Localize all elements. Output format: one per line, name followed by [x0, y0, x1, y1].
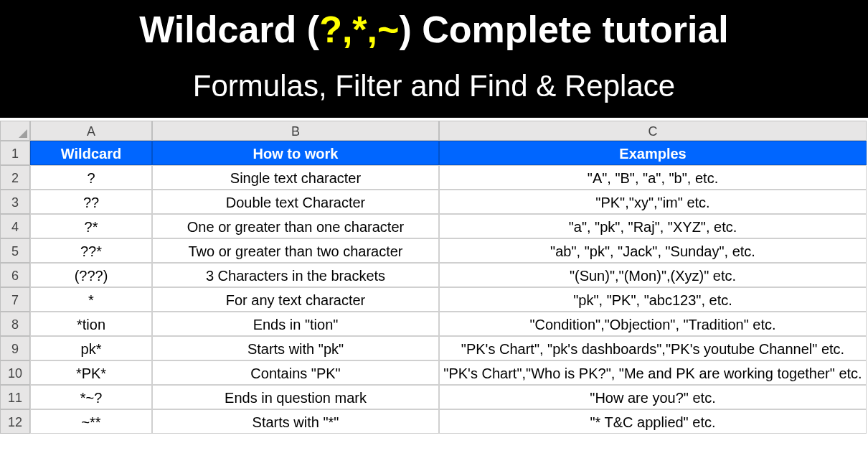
cell-wildcard[interactable]: pk*	[30, 336, 152, 360]
table-header-howto[interactable]: How to work	[152, 141, 439, 165]
cell-howto[interactable]: 3 Characters in the brackets	[152, 263, 439, 287]
banner-title: Wildcard (?,*,~) Complete tutorial	[0, 7, 868, 52]
cell-example[interactable]: "A", "B", "a", "b", etc.	[439, 165, 867, 190]
column-header-b[interactable]: B	[152, 121, 439, 141]
cell-example[interactable]: "Condition","Objection", "Tradition" etc…	[439, 312, 867, 336]
cell-example[interactable]: "(Sun)","(Mon)",(Xyz)" etc.	[439, 263, 867, 287]
row-header[interactable]: 7	[0, 287, 30, 312]
cell-howto[interactable]: Starts with "*"	[152, 409, 439, 434]
cell-example[interactable]: "PK's Chart", "pk's dashboards","PK's yo…	[439, 336, 867, 360]
cell-wildcard[interactable]: ~**	[30, 409, 152, 434]
column-header-a[interactable]: A	[30, 121, 152, 141]
cell-example[interactable]: "pk", "PK", "abc123", etc.	[439, 287, 867, 312]
table-header-wildcard[interactable]: Wildcard	[30, 141, 152, 165]
cell-wildcard[interactable]: ??*	[30, 238, 152, 263]
title-highlight: ?,*,~	[319, 9, 399, 50]
row-header[interactable]: 2	[0, 165, 30, 190]
title-banner: Wildcard (?,*,~) Complete tutorial Formu…	[0, 0, 868, 118]
cell-howto[interactable]: For any text character	[152, 287, 439, 312]
cell-howto[interactable]: Double text Character	[152, 190, 439, 214]
row-header[interactable]: 11	[0, 385, 30, 409]
row-header[interactable]: 1	[0, 141, 30, 165]
cell-wildcard[interactable]: ?	[30, 165, 152, 190]
cell-howto[interactable]: Starts with "pk"	[152, 336, 439, 360]
title-suffix: ) Complete tutorial	[399, 9, 728, 50]
cell-example[interactable]: "PK's Chart","Who is PK?", "Me and PK ar…	[439, 360, 867, 385]
title-prefix: Wildcard (	[139, 9, 319, 50]
row-header[interactable]: 12	[0, 409, 30, 434]
row-header[interactable]: 8	[0, 312, 30, 336]
table-header-examples[interactable]: Examples	[439, 141, 867, 165]
row-header[interactable]: 10	[0, 360, 30, 385]
row-header[interactable]: 6	[0, 263, 30, 287]
cell-example[interactable]: "* T&C applied" etc.	[439, 409, 867, 434]
row-header[interactable]: 3	[0, 190, 30, 214]
cell-howto[interactable]: Ends in question mark	[152, 385, 439, 409]
cell-example[interactable]: "ab", "pk", "Jack", "Sunday", etc.	[439, 238, 867, 263]
cell-example[interactable]: "How are you?" etc.	[439, 385, 867, 409]
cell-wildcard[interactable]: *~?	[30, 385, 152, 409]
cell-wildcard[interactable]: *	[30, 287, 152, 312]
cell-wildcard[interactable]: ?*	[30, 214, 152, 238]
cell-howto[interactable]: One or greater than one character	[152, 214, 439, 238]
row-header[interactable]: 5	[0, 238, 30, 263]
cell-example[interactable]: "a", "pk", "Raj", "XYZ", etc.	[439, 214, 867, 238]
row-header[interactable]: 9	[0, 336, 30, 360]
row-header[interactable]: 4	[0, 214, 30, 238]
column-header-c[interactable]: C	[439, 121, 867, 141]
cell-howto[interactable]: Ends in "tion"	[152, 312, 439, 336]
cell-howto[interactable]: Two or greater than two character	[152, 238, 439, 263]
banner-subtitle: Formulas, Filter and Find & Replace	[0, 69, 868, 103]
cell-howto[interactable]: Single text character	[152, 165, 439, 190]
cell-wildcard[interactable]: *PK*	[30, 360, 152, 385]
cell-howto[interactable]: Contains "PK"	[152, 360, 439, 385]
spreadsheet: A B C 1 Wildcard How to work Examples 2 …	[0, 121, 868, 434]
cell-wildcard[interactable]: ??	[30, 190, 152, 214]
cell-example[interactable]: "PK","xy","im" etc.	[439, 190, 867, 214]
cell-wildcard[interactable]: (???)	[30, 263, 152, 287]
select-all-corner[interactable]	[0, 121, 30, 141]
cell-wildcard[interactable]: *tion	[30, 312, 152, 336]
